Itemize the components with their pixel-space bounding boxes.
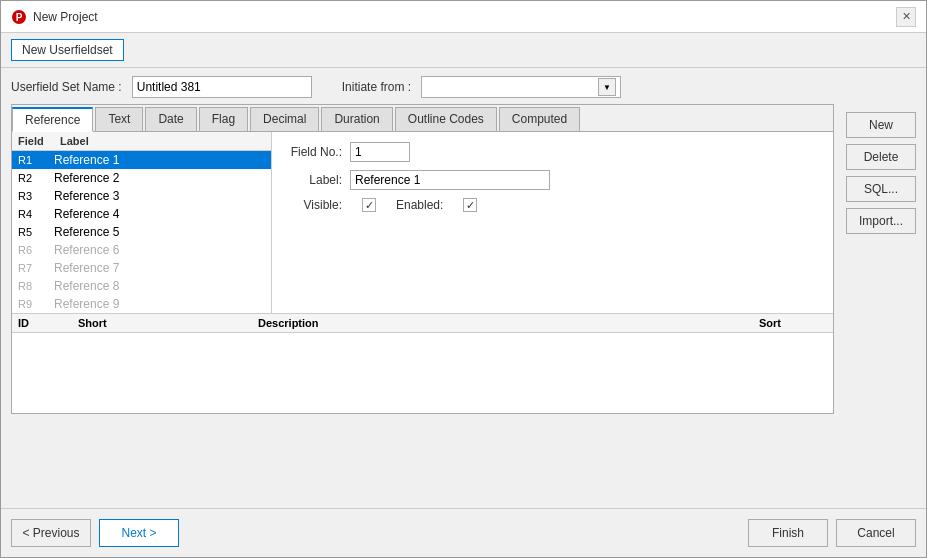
item-field-code: R6 xyxy=(18,244,54,256)
initiate-from-label: Initiate from : xyxy=(342,80,411,94)
tab-flag[interactable]: Flag xyxy=(199,107,248,131)
new-button[interactable]: New xyxy=(846,112,916,138)
item-field-label: Reference 9 xyxy=(54,297,265,311)
header-row: Userfield Set Name : Initiate from : ▼ xyxy=(11,76,916,98)
item-field-code: R1 xyxy=(18,154,54,166)
footer: < Previous Next > Finish Cancel xyxy=(1,508,926,557)
list-item[interactable]: R7 Reference 7 xyxy=(12,259,271,277)
bottom-grid-panel: ID Short Description Sort xyxy=(12,313,833,413)
field-no-row: Field No.: xyxy=(282,142,823,162)
delete-button[interactable]: Delete xyxy=(846,144,916,170)
item-field-code: R2 xyxy=(18,172,54,184)
list-header: Field Label xyxy=(12,132,271,151)
list-item[interactable]: R2 Reference 2 xyxy=(12,169,271,187)
field-list-scroll[interactable]: R1 Reference 1 R2 Reference 2 R3 Referen… xyxy=(12,151,271,313)
sql-button[interactable]: SQL... xyxy=(846,176,916,202)
grid-col-sort-header: Sort xyxy=(753,314,833,332)
enabled-checkbox[interactable] xyxy=(463,198,477,212)
finish-button[interactable]: Finish xyxy=(748,519,828,547)
left-section: ReferenceTextDateFlagDecimalDurationOutl… xyxy=(11,104,834,500)
field-no-label: Field No.: xyxy=(282,145,342,159)
title-bar: P New Project ✕ xyxy=(1,1,926,33)
tab-computed[interactable]: Computed xyxy=(499,107,580,131)
userfield-set-name-input[interactable] xyxy=(132,76,312,98)
item-field-code: R8 xyxy=(18,280,54,292)
field-no-input[interactable] xyxy=(350,142,410,162)
list-item[interactable]: R9 Reference 9 xyxy=(12,295,271,313)
svg-text:P: P xyxy=(16,12,23,23)
item-field-code: R7 xyxy=(18,262,54,274)
field-list-panel: Field Label R1 Reference 1 R2 Reference … xyxy=(12,132,272,313)
label-field-input[interactable] xyxy=(350,170,550,190)
footer-spacer xyxy=(187,519,740,547)
item-field-code: R9 xyxy=(18,298,54,310)
list-item[interactable]: R3 Reference 3 xyxy=(12,187,271,205)
list-item[interactable]: R6 Reference 6 xyxy=(12,241,271,259)
tab-outline_codes[interactable]: Outline Codes xyxy=(395,107,497,131)
tab-reference[interactable]: Reference xyxy=(12,107,93,132)
grid-col-short-header: Short xyxy=(72,314,252,332)
next-button[interactable]: Next > xyxy=(99,519,179,547)
right-action-buttons: New Delete SQL... Import... xyxy=(846,104,916,500)
userfield-set-name-label: Userfield Set Name : xyxy=(11,80,122,94)
visible-checkbox[interactable] xyxy=(362,198,376,212)
toolbar: New Userfieldset xyxy=(1,33,926,68)
main-panel: ReferenceTextDateFlagDecimalDurationOutl… xyxy=(11,104,834,414)
tab-duration[interactable]: Duration xyxy=(321,107,392,131)
grid-col-id-header: ID xyxy=(12,314,72,332)
close-button[interactable]: ✕ xyxy=(896,7,916,27)
label-field-label: Label: xyxy=(282,173,342,187)
previous-button[interactable]: < Previous xyxy=(11,519,91,547)
tab-date[interactable]: Date xyxy=(145,107,196,131)
combo-arrow-icon: ▼ xyxy=(598,78,616,96)
enabled-label: Enabled: xyxy=(396,198,443,212)
item-field-code: R3 xyxy=(18,190,54,202)
grid-col-desc-header: Description xyxy=(252,314,753,332)
window-title: New Project xyxy=(33,10,98,24)
import-button[interactable]: Import... xyxy=(846,208,916,234)
list-item[interactable]: R1 Reference 1 xyxy=(12,151,271,169)
visible-label: Visible: xyxy=(282,198,342,212)
window: P New Project ✕ New Userfieldset Userfie… xyxy=(0,0,927,558)
outer-layout: ReferenceTextDateFlagDecimalDurationOutl… xyxy=(11,104,916,500)
list-col-field-header: Field xyxy=(12,132,54,150)
cancel-button[interactable]: Cancel xyxy=(836,519,916,547)
item-field-label: Reference 4 xyxy=(54,207,265,221)
item-field-label: Reference 6 xyxy=(54,243,265,257)
app-icon: P xyxy=(11,9,27,25)
tab-decimal[interactable]: Decimal xyxy=(250,107,319,131)
item-field-label: Reference 2 xyxy=(54,171,265,185)
item-field-code: R5 xyxy=(18,226,54,238)
grid-header: ID Short Description Sort xyxy=(12,314,833,333)
list-col-label-header: Label xyxy=(54,132,271,150)
tab-text[interactable]: Text xyxy=(95,107,143,131)
list-item[interactable]: R4 Reference 4 xyxy=(12,205,271,223)
right-footer-buttons: Finish Cancel xyxy=(748,519,916,547)
tab-bar: ReferenceTextDateFlagDecimalDurationOutl… xyxy=(12,105,833,132)
list-item[interactable]: R5 Reference 5 xyxy=(12,223,271,241)
details-panel: Field No.: Label: Visible: Enabled: xyxy=(272,132,833,313)
title-bar-left: P New Project xyxy=(11,9,98,25)
item-field-label: Reference 8 xyxy=(54,279,265,293)
panel-body: Field Label R1 Reference 1 R2 Reference … xyxy=(12,132,833,313)
item-field-label: Reference 7 xyxy=(54,261,265,275)
item-field-label: Reference 3 xyxy=(54,189,265,203)
list-item[interactable]: R8 Reference 8 xyxy=(12,277,271,295)
content-area: Userfield Set Name : Initiate from : ▼ R… xyxy=(1,68,926,508)
item-field-label: Reference 5 xyxy=(54,225,265,239)
visible-enabled-row: Visible: Enabled: xyxy=(282,198,823,212)
initiate-from-combo[interactable]: ▼ xyxy=(421,76,621,98)
grid-body[interactable] xyxy=(12,333,833,408)
item-field-label: Reference 1 xyxy=(54,153,265,167)
label-row: Label: xyxy=(282,170,823,190)
item-field-code: R4 xyxy=(18,208,54,220)
new-userfieldset-button[interactable]: New Userfieldset xyxy=(11,39,124,61)
